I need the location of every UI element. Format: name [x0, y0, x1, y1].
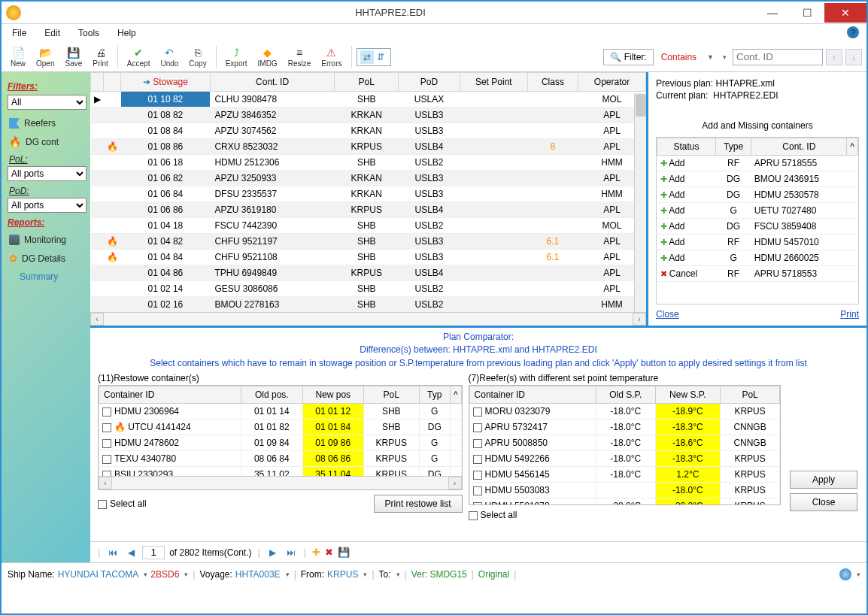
menu-help[interactable]: Help	[117, 28, 136, 38]
table-row[interactable]: TEXU 434078008 06 8408 06 86KRPUSG	[99, 451, 462, 467]
globe-icon[interactable]	[839, 568, 851, 580]
col-pol[interactable]: PoL	[335, 73, 399, 92]
nav-delete-icon[interactable]: ✖	[325, 547, 333, 558]
dropdown-icon-2[interactable]: ▾	[720, 53, 730, 61]
table-row[interactable]: 01 06 18HDMU 2512306SHBUSLB2HMM	[91, 155, 646, 171]
toggle-b-icon[interactable]: ⇵	[374, 50, 387, 64]
table-row[interactable]: 🔥 UTCU 414142401 01 8201 01 84SHBDG	[99, 420, 462, 435]
ship-name-value[interactable]: HYUNDAI TACOMA	[58, 569, 139, 580]
table-row[interactable]: HDMU 247860201 09 8401 09 86KRPUSG	[99, 435, 462, 451]
grid-hscroll[interactable]: ‹›	[90, 312, 646, 326]
apply-button[interactable]: Apply	[790, 471, 857, 489]
from-value[interactable]: KRPUS	[327, 569, 358, 580]
table-row[interactable]: 01 02 16BMOU 2278163SHBUSLB2HMM	[91, 297, 646, 313]
table-row[interactable]: 01 08 84APZU 3074562KRKANUSLB3APL	[91, 123, 646, 139]
menu-file[interactable]: File	[12, 28, 26, 38]
close-button-bottom[interactable]: Close	[790, 493, 857, 511]
table-row[interactable]: MORU 0323079-18.0°C-18.9°CKRPUS	[469, 404, 779, 420]
table-row[interactable]: ✚ AddGHDMU 2660025	[657, 250, 858, 266]
resize-button[interactable]: ≡Resize	[284, 44, 316, 71]
copy-button[interactable]: ⎘Copy	[184, 44, 211, 71]
sidebar-reefers[interactable]: Reefers	[5, 114, 87, 132]
table-row[interactable]: 01 06 86APZU 3619180KRPUSUSLB4APL	[91, 202, 646, 218]
filter-box[interactable]: 🔍 Filter:	[603, 49, 654, 65]
sidebar-monitoring[interactable]: Monitoring	[5, 231, 87, 249]
save-button[interactable]: 💾Save	[60, 44, 86, 71]
voyage-value[interactable]: HHTA003E	[235, 569, 281, 580]
accept-button[interactable]: ✔Accept	[123, 44, 155, 71]
table-row[interactable]: 🔥01 08 86CRXU 8523032KRPUSUSLB48APL	[91, 139, 646, 155]
undo-button[interactable]: ↶Undo	[156, 44, 183, 71]
filter-input[interactable]	[733, 49, 823, 65]
table-row[interactable]: ✚ AddRFAPRU 5718555	[657, 156, 858, 171]
reefer-selectall[interactable]: Select all	[469, 510, 517, 520]
open-button[interactable]: 📂Open	[32, 44, 59, 71]
minimize-button[interactable]: —	[755, 3, 790, 23]
table-row[interactable]: ✚ AddDGBMOU 2436915	[657, 171, 858, 187]
rp-print-link[interactable]: Print	[840, 309, 859, 320]
nav-next[interactable]: ▶	[266, 547, 280, 558]
table-row[interactable]: APRU 5008850-18.0°C-18.6°CCNNGB	[469, 435, 779, 451]
col-contid[interactable]: Cont. ID	[210, 73, 334, 92]
table-row[interactable]: 01 06 84DFSU 2335537KRKANUSLB3HMM	[91, 186, 646, 202]
grid-vscroll[interactable]	[634, 93, 646, 312]
menu-edit[interactable]: Edit	[44, 28, 60, 38]
table-row[interactable]: ✖ CancelRFAPRU 5718553	[657, 266, 858, 282]
filter-down-button[interactable]: ↓	[845, 49, 862, 65]
help-icon[interactable]: ?	[847, 26, 859, 38]
table-row[interactable]: HDMU 5492266-18.0°C-18.3°CKRPUS	[469, 451, 779, 467]
view-toggle[interactable]: ⇄⇵	[357, 48, 391, 66]
errors-button[interactable]: ⚠Errors	[317, 44, 346, 71]
table-row[interactable]: ▶01 10 82CLHU 3908478SHBUSLAXMOL	[91, 92, 646, 108]
menu-tools[interactable]: Tools	[78, 28, 99, 38]
pod-select[interactable]: All ports	[8, 198, 86, 213]
table-row[interactable]: 🔥01 04 84CHFU 9521108SHBUSLB36.1APL	[91, 250, 646, 265]
restow-selectall[interactable]: Select all	[98, 498, 147, 509]
col-stowage[interactable]: ➜ Stowage	[121, 73, 211, 92]
comp-title-1: Plan Comparator:	[98, 331, 859, 344]
table-row[interactable]: HDMU 5456145-18.0°C1.2°CKRPUS	[469, 467, 779, 483]
sidebar-dgcont[interactable]: 🔥DG cont	[5, 132, 87, 151]
table-row[interactable]: HDMU 5503083-18.0°CKRPUS	[469, 483, 779, 498]
ship-code[interactable]: 2BSD6	[150, 569, 179, 580]
sidebar-summary[interactable]: Summary	[5, 268, 87, 286]
table-row[interactable]: ✚ AddDGHDMU 2530578	[657, 187, 858, 203]
close-button[interactable]: ✕	[824, 3, 866, 23]
maximize-button[interactable]: ☐	[790, 3, 824, 23]
table-row[interactable]: 01 04 86TPHU 6949849KRPUSUSLB4APL	[91, 265, 646, 281]
table-row[interactable]: ✚ AddGUETU 7027480	[657, 203, 858, 219]
table-row[interactable]: 01 08 82APZU 3846352KRKANUSLB3APL	[91, 108, 646, 123]
sidebar-dgdetails[interactable]: ✿DG Details	[5, 249, 87, 268]
dropdown-icon[interactable]: ▼	[704, 53, 717, 61]
print-restow-button[interactable]: Print restowe list	[374, 495, 463, 513]
filter-all-select[interactable]: All	[8, 95, 86, 110]
new-button[interactable]: 📄New	[6, 44, 30, 71]
col-setpoint[interactable]: Set Point	[460, 73, 527, 92]
col-operator[interactable]: Operator	[578, 73, 646, 92]
export-button[interactable]: ⤴Export	[221, 44, 252, 71]
nav-add-icon[interactable]: ✚	[312, 547, 320, 558]
table-row[interactable]: 01 04 18FSCU 7442390SHBUSLB2MOL	[91, 218, 646, 234]
toggle-a-icon[interactable]: ⇄	[360, 50, 374, 64]
nav-last[interactable]: ⏭	[284, 547, 298, 558]
table-row[interactable]: 01 06 82APZU 3250933KRKANUSLB3APL	[91, 171, 646, 186]
table-row[interactable]: 🔥01 04 82CHFU 9521197SHBUSLB36.1APL	[91, 234, 646, 250]
print-button[interactable]: 🖨Print	[88, 44, 113, 71]
table-row[interactable]: APRU 5732417-18.0°C-18.3°CCNNGB	[469, 420, 779, 435]
imdg-button[interactable]: ◆IMDG	[253, 44, 282, 71]
nav-save-icon[interactable]: 💾	[338, 547, 350, 558]
table-row[interactable]: HDMU 230696401 01 1401 01 12SHBG	[99, 404, 462, 420]
table-row[interactable]: 01 02 14GESU 3086086SHBUSLB2APL	[91, 281, 646, 297]
nav-first[interactable]: ⏮	[106, 547, 120, 558]
nav-prev[interactable]: ◀	[124, 547, 138, 558]
col-pod[interactable]: PoD	[399, 73, 460, 92]
col-class[interactable]: Class	[527, 73, 578, 92]
table-row[interactable]: ✚ AddDGFSCU 3859408	[657, 219, 858, 235]
filter-up-button[interactable]: ↑	[826, 49, 842, 65]
rp-close-link[interactable]: Close	[656, 309, 679, 320]
table-row[interactable]: HDMU 5501970-20.0°C-20.2°CKRPUS	[469, 498, 779, 506]
pol-select[interactable]: All ports	[8, 166, 86, 181]
filter-mode[interactable]: Contains	[657, 50, 701, 65]
nav-page-input[interactable]	[142, 546, 165, 559]
table-row[interactable]: ✚ AddRFHDMU 5457010	[657, 235, 858, 250]
